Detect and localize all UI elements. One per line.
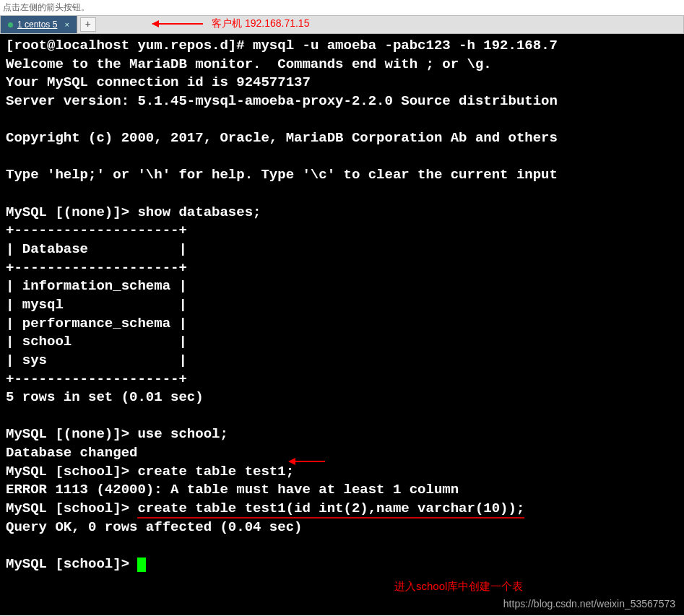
table-row: | mysql |: [6, 297, 187, 313]
term-line: Welcome to the MariaDB monitor. Commands…: [6, 56, 492, 72]
terminal-output[interactable]: [root@localhost yum.repos.d]# mysql -u a…: [0, 34, 684, 615]
mysql-prompt-none: MySQL [(none)]>: [6, 204, 137, 220]
mysql-prompt-school: MySQL [school]>: [6, 556, 137, 572]
table-header: | Database |: [6, 241, 187, 257]
term-line: Server version: 5.1.45-mysql-amoeba-prox…: [6, 93, 558, 109]
annotation-top-text: 客户机 192.168.71.15: [212, 17, 309, 30]
status-dot-icon: [8, 22, 13, 27]
table-row: | school |: [6, 334, 187, 350]
table-row: | performance_schema |: [6, 316, 187, 331]
mysql-prompt-school: MySQL [school]>: [6, 464, 137, 480]
cmd-show-databases: show databases;: [137, 204, 261, 220]
cmd-create-table-err: create table test1;: [137, 464, 294, 480]
db-changed: Database changed: [6, 445, 137, 461]
annotation-create-table: 进入school库中创建一个表: [394, 579, 523, 594]
mysql-prompt-school: MySQL [school]>: [6, 500, 137, 516]
table-border: +--------------------+: [6, 371, 187, 387]
annotation-client-ip: 客户机 192.168.71.15: [152, 17, 309, 30]
tab-centos[interactable]: 1 centos 5 ×: [1, 16, 77, 33]
tab-bar: 1 centos 5 × + 客户机 192.168.71.15: [0, 15, 684, 34]
table-row: | information_schema |: [6, 278, 187, 294]
mysql-prompt-none: MySQL [(none)]>: [6, 426, 137, 442]
header-hint: 点击左侧的箭头按钮。: [0, 0, 684, 15]
term-line: Copyright (c) 2000, 2017, Oracle, MariaD…: [6, 130, 558, 146]
close-icon[interactable]: ×: [64, 20, 69, 29]
cmd-create-table: create table test1(id int(2),name varcha…: [137, 500, 524, 519]
error-line: ERROR 1113 (42000): A table must have at…: [6, 482, 459, 498]
table-row: | sys |: [6, 352, 187, 368]
tab-label: 1 centos 5: [17, 19, 57, 30]
result-summary: 5 rows in set (0.01 sec): [6, 389, 204, 405]
shell-prompt: [root@localhost yum.repos.d]#: [6, 38, 253, 53]
arrow-left-icon: [289, 461, 325, 462]
cmd-use-school: use school;: [137, 426, 228, 442]
watermark-text: https://blog.csdn.net/weixin_53567573: [503, 597, 675, 611]
term-line: Type 'help;' or '\h' for help. Type '\c'…: [6, 167, 558, 183]
term-line: Your MySQL connection id is 924577137: [6, 74, 311, 90]
cmd-mysql-login: mysql -u amoeba -pabc123 -h 192.168.7: [253, 38, 558, 53]
query-ok: Query OK, 0 rows affected (0.04 sec): [6, 519, 302, 535]
table-border: +--------------------+: [6, 222, 187, 238]
cursor-icon: [137, 558, 146, 572]
table-border: +--------------------+: [6, 260, 187, 276]
arrow-left-icon: [152, 23, 203, 25]
add-tab-button[interactable]: +: [80, 17, 96, 32]
